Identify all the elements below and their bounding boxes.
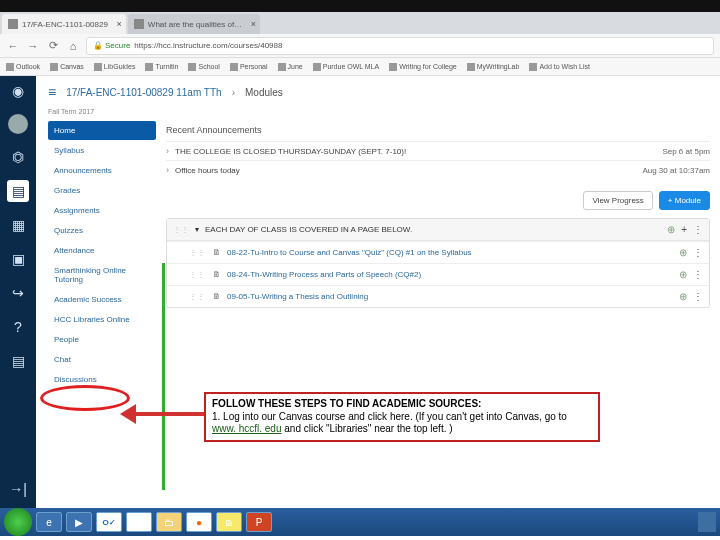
url-field[interactable]: 🔒Secure https://hcc.instructure.com/cour… (86, 37, 714, 55)
bookmark-item[interactable]: Writing for College (389, 63, 456, 71)
bookmark-item[interactable]: Add to Wish List (529, 63, 590, 71)
module-item-title: 09-05-Tu-Writing a Thesis and Outlining (227, 292, 368, 301)
help-icon[interactable]: ? (7, 316, 29, 338)
callout-text: 1. Log into our Canvas course and click … (212, 411, 567, 435)
course-nav-quizzes[interactable]: Quizzes (48, 221, 156, 240)
drag-handle-icon[interactable]: ⋮⋮ (189, 292, 205, 301)
bookmark-item[interactable]: MyWritingLab (467, 63, 520, 71)
item-settings-icon[interactable]: ⋮ (693, 269, 703, 280)
lock-icon: 🔒Secure (93, 41, 130, 50)
publish-icon[interactable]: ⊕ (679, 269, 687, 280)
bookmark-item[interactable]: Personal (230, 63, 268, 71)
module-header[interactable]: ⋮⋮ ▾ EACH DAY OF CLASS IS COVERED IN A P… (167, 219, 709, 241)
calendar-icon[interactable]: ▦ (7, 214, 29, 236)
drag-handle-icon[interactable]: ⋮⋮ (189, 270, 205, 279)
inbox-icon[interactable]: ▣ (7, 248, 29, 270)
module-item-title: 08-24-Th-Writing Process and Parts of Sp… (227, 270, 421, 279)
drag-handle-icon[interactable]: ⋮⋮ (173, 225, 189, 234)
module-actions: View Progress + Module (166, 191, 710, 210)
add-item-icon[interactable]: + (681, 224, 687, 235)
global-nav: ◉ ⏣ ▤ ▦ ▣ ↪ ? ▤ →| (0, 76, 36, 508)
page-icon: 🗎 (213, 292, 221, 301)
announcement-title: Office hours today (175, 166, 240, 175)
course-nav-syllabus[interactable]: Syllabus (48, 141, 156, 160)
account-avatar-icon[interactable] (8, 114, 28, 134)
announcement-date: Sep 6 at 5pm (662, 147, 710, 156)
chevron-right-icon: › (166, 146, 169, 156)
announcement-row[interactable]: › THE COLLEGE IS CLOSED THURSDAY-SUNDAY … (166, 141, 710, 160)
course-area: ≡ 17/FA-ENC-1101-00829 11am TTh › Module… (36, 76, 720, 508)
announcement-row[interactable]: › Office hours today Aug 30 at 10:37am (166, 160, 710, 179)
nav-home-icon[interactable]: ⌂ (66, 39, 80, 53)
course-nav-hcc-libraries[interactable]: HCC Libraries Online (48, 310, 156, 329)
taskbar-explorer-icon[interactable]: 🗀 (156, 512, 182, 532)
taskbar-notes-icon[interactable]: 🗈 (216, 512, 242, 532)
course-nav-discussions[interactable]: Discussions (48, 370, 156, 389)
caret-down-icon[interactable]: ▾ (195, 225, 199, 234)
breadcrumb-page: Modules (245, 87, 283, 98)
bookmarks-bar: Outlook Canvas LibGuides Turnitin School… (0, 58, 720, 76)
nav-back-icon[interactable]: ← (6, 39, 20, 53)
course-nav-announcements[interactable]: Announcements (48, 161, 156, 180)
add-module-button[interactable]: + Module (659, 191, 710, 210)
start-button[interactable] (4, 508, 32, 536)
course-nav-smarthinking[interactable]: Smarthinking Online Tutoring (48, 261, 156, 289)
tab-close-icon[interactable]: × (117, 19, 122, 29)
browser-tab-active[interactable]: 17/FA-ENC-1101-00829 × (2, 14, 126, 34)
module-item[interactable]: ⋮⋮ 🗎 08-24-Th-Writing Process and Parts … (167, 263, 709, 285)
library-icon[interactable]: ▤ (7, 350, 29, 372)
taskbar-media-icon[interactable]: ▶ (66, 512, 92, 532)
bookmark-item[interactable]: Outlook (6, 63, 40, 71)
publish-icon[interactable]: ⊕ (679, 291, 687, 302)
taskbar-powerpoint-icon[interactable]: P (246, 512, 272, 532)
taskbar-ie-icon[interactable]: e (36, 512, 62, 532)
nav-forward-icon[interactable]: → (26, 39, 40, 53)
course-nav-home[interactable]: Home (48, 121, 156, 140)
course-nav-people[interactable]: People (48, 330, 156, 349)
drag-handle-icon[interactable]: ⋮⋮ (189, 248, 205, 257)
item-settings-icon[interactable]: ⋮ (693, 247, 703, 258)
announcements-heading: Recent Announcements (166, 125, 710, 135)
bookmark-item[interactable]: Purdue OWL MLA (313, 63, 380, 71)
taskbar-outlook-icon[interactable]: O✓ (96, 512, 122, 532)
breadcrumb-course[interactable]: 17/FA-ENC-1101-00829 11am TTh (66, 87, 221, 98)
bookmark-item[interactable]: June (278, 63, 303, 71)
announcement-title: THE COLLEGE IS CLOSED THURSDAY-SUNDAY (S… (175, 147, 406, 156)
url-text: https://hcc.instructure.com/courses/4098… (134, 41, 282, 50)
callout-link[interactable]: www. hccfl. edu (212, 423, 281, 434)
browser-chrome: 17/FA-ENC-1101-00829 × What are the qual… (0, 12, 720, 76)
nav-reload-icon[interactable]: ⟳ (46, 39, 60, 53)
dashboard-icon[interactable]: ⏣ (7, 146, 29, 168)
chevron-right-icon: › (166, 165, 169, 175)
tab-close-icon[interactable]: × (251, 19, 256, 29)
address-bar: ← → ⟳ ⌂ 🔒Secure https://hcc.instructure.… (0, 34, 720, 58)
browser-tab[interactable]: What are the qualities of… × (128, 14, 260, 34)
module-settings-icon[interactable]: ⋮ (693, 224, 703, 235)
course-nav-assignments[interactable]: Assignments (48, 201, 156, 220)
collapse-nav-icon[interactable]: →| (7, 478, 29, 500)
publish-icon[interactable]: ⊕ (679, 247, 687, 258)
hamburger-icon[interactable]: ≡ (48, 84, 56, 100)
courses-icon[interactable]: ▤ (7, 180, 29, 202)
publish-icon[interactable]: ⊕ (667, 224, 675, 235)
course-nav-academic-success[interactable]: Academic Success (48, 290, 156, 309)
commons-icon[interactable]: ↪ (7, 282, 29, 304)
taskbar-firefox-icon[interactable]: ● (186, 512, 212, 532)
item-settings-icon[interactable]: ⋮ (693, 291, 703, 302)
bookmark-item[interactable]: Turnitin (145, 63, 178, 71)
view-progress-button[interactable]: View Progress (583, 191, 652, 210)
course-nav: Home Syllabus Announcements Grades Assig… (36, 115, 156, 508)
module-item[interactable]: ⋮⋮ 🗎 09-05-Tu-Writing a Thesis and Outli… (167, 285, 709, 307)
module-title: EACH DAY OF CLASS IS COVERED IN A PAGE B… (205, 225, 661, 234)
course-nav-attendance[interactable]: Attendance (48, 241, 156, 260)
bookmark-item[interactable]: School (188, 63, 219, 71)
bookmark-item[interactable]: LibGuides (94, 63, 136, 71)
canvas-app: ◉ ⏣ ▤ ▦ ▣ ↪ ? ▤ →| ≡ 17/FA-ENC-1101-0082… (0, 76, 720, 508)
canvas-logo-icon[interactable]: ◉ (7, 80, 29, 102)
system-tray[interactable] (698, 512, 716, 532)
taskbar-chrome-icon[interactable]: ◉ (126, 512, 152, 532)
course-nav-chat[interactable]: Chat (48, 350, 156, 369)
bookmark-item[interactable]: Canvas (50, 63, 84, 71)
module-item[interactable]: ⋮⋮ 🗎 08-22-Tu-Intro to Course and Canvas… (167, 241, 709, 263)
course-nav-grades[interactable]: Grades (48, 181, 156, 200)
